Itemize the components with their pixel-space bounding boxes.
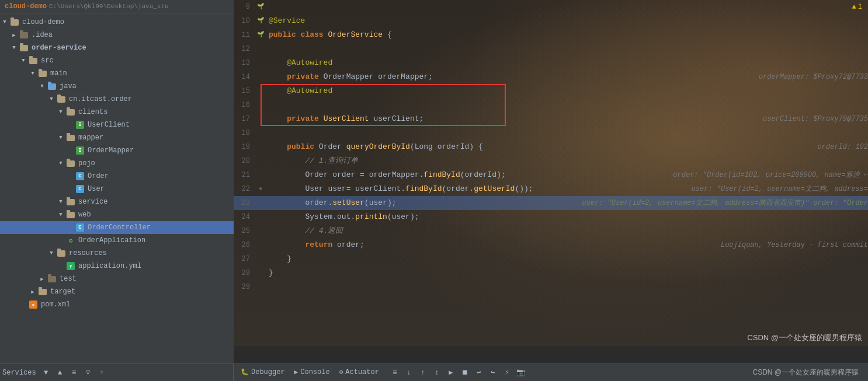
tree-arrow-pojo[interactable]: ▼ — [56, 160, 65, 166]
tree-icon-cloud-demo — [9, 18, 20, 26]
bottom-toolbar-btn-9[interactable]: ⚡ — [501, 366, 513, 379]
tree-item-OrderApplication[interactable]: ⚙OrderApplication — [0, 234, 234, 247]
line-hint-14: orderMapper: $Proxy72@7733 — [759, 70, 868, 84]
tree-item-web[interactable]: ▼web — [0, 208, 234, 221]
tree-label-pojo: pojo — [78, 159, 95, 167]
tree-arrow-cn.itcast.order[interactable]: ▼ — [47, 96, 56, 102]
tree-arrow-idea[interactable]: ▶ — [9, 32, 19, 39]
code-line-26: 26 return order;Luojiquan, Yesterday · f… — [234, 238, 868, 252]
tree-arrow-clients[interactable]: ▼ — [56, 109, 65, 115]
code-line-12: 12 — [234, 42, 868, 56]
line-content-11: public class OrderService { — [266, 28, 868, 42]
line-content-21: Order order = orderMapper.findById(order… — [266, 168, 668, 182]
tree-item-cn.itcast.order[interactable]: ▼cn.itcast.order — [0, 93, 234, 106]
bottom-toolbar-btn-1[interactable]: ≡ — [388, 366, 401, 379]
tree-item-src[interactable]: ▼src — [0, 54, 234, 67]
bottom-toolbar-btn-7[interactable]: ↩ — [473, 366, 485, 379]
toolbar-btn-5[interactable]: + — [96, 366, 109, 379]
code-content: 9🌱10🌱@Service11🌱public class OrderServic… — [234, 0, 868, 363]
toolbar-btn-3[interactable]: ≡ — [68, 366, 81, 379]
tree-arrow-test[interactable]: ▶ — [37, 276, 47, 282]
line-number-25: 25 — [234, 224, 255, 238]
line-number-12: 12 — [234, 42, 255, 56]
tree-item-application.yml[interactable]: yapplication.yml — [0, 260, 234, 272]
tree-arrow-web[interactable]: ▼ — [56, 212, 65, 218]
tree-arrow-main[interactable]: ▼ — [28, 71, 37, 76]
tree-item-pom.xml[interactable]: xpom.xml — [0, 298, 234, 311]
line-content-19: public Order queryOrderById(Long orderId… — [266, 140, 813, 154]
bottom-toolbar-btn-4[interactable]: ↕ — [430, 366, 443, 379]
tree-item-OrderMapper[interactable]: IOrderMapper — [0, 144, 234, 157]
line-gutter-11: 🌱 — [255, 28, 266, 42]
tree-label-pom.xml: pom.xml — [41, 300, 70, 309]
line-content-22: User user= userClient.findById(order.get… — [266, 182, 687, 196]
line-content-20: // 1.查询订单 — [266, 154, 868, 168]
tree-item-pojo[interactable]: ▼pojo — [0, 157, 234, 170]
line-content-17: private UserClient userClient; — [266, 112, 758, 126]
tree-label-main: main — [50, 69, 67, 78]
toolbar-btn-4[interactable]: ▽ — [82, 366, 95, 379]
tree-item-test[interactable]: ▶test — [0, 272, 234, 285]
tree-arrow-order-service[interactable]: ▼ — [9, 45, 19, 51]
tree-item-OrderController[interactable]: COrderController — [0, 221, 234, 234]
tree-item-clients[interactable]: ▼clients — [0, 106, 234, 118]
bottom-toolbar-btn-3[interactable]: ↑ — [416, 366, 429, 379]
toolbar-btn-1[interactable]: ▼ — [40, 366, 53, 379]
tree-item-service[interactable]: ▼service — [0, 195, 234, 208]
tree-label-service: service — [78, 198, 107, 206]
bottom-toolbar-btn-10[interactable]: 📷 — [515, 366, 527, 379]
line-content-27: } — [266, 252, 868, 266]
tree-item-resources[interactable]: ▼resources — [0, 247, 234, 260]
tree-arrow-src[interactable]: ▼ — [19, 58, 28, 64]
line-number-19: 19 — [234, 140, 255, 154]
tab-actuator[interactable]: ⚙ Actuator — [335, 365, 384, 381]
tree-item-main[interactable]: ▼main — [0, 67, 234, 80]
tree-item-UserClient[interactable]: IUserClient — [0, 118, 234, 131]
bottom-toolbar-btn-2[interactable]: ↓ — [402, 366, 415, 379]
tab-debugger[interactable]: 🐛 Debugger — [236, 365, 290, 381]
tree-icon-OrderApplication: ⚙ — [65, 236, 76, 244]
code-editor: ▲ 1 9🌱10🌱@Service11🌱public class OrderSe… — [234, 0, 868, 363]
toolbar-btn-2[interactable]: ▲ — [54, 366, 67, 379]
code-line-22: 22● User user= userClient.findById(order… — [234, 182, 868, 196]
tree-item-java[interactable]: ▼java — [0, 80, 234, 93]
tree-arrow-cloud-demo[interactable]: ▼ — [0, 19, 9, 25]
tree-arrow-mapper[interactable]: ▼ — [56, 135, 65, 141]
line-content-25: // 4.返回 — [266, 224, 868, 238]
tree-icon-UserClient: I — [75, 121, 85, 129]
bottom-toolbar-btn-8[interactable]: ↪ — [487, 366, 499, 379]
tree-item-order-service[interactable]: ▼order-service — [0, 41, 234, 54]
tree-item-cloud-demo[interactable]: ▼cloud-demo — [0, 16, 234, 29]
line-content-14: private OrderMapper orderMapper; — [266, 70, 754, 84]
tree-icon-web — [65, 211, 76, 219]
code-line-19: 19 public Order queryOrderById(Long orde… — [234, 140, 868, 154]
tree-label-application.yml: application.yml — [78, 262, 141, 270]
tree-arrow-service[interactable]: ▼ — [56, 199, 65, 205]
code-line-18: 18 — [234, 126, 868, 140]
tree-item-idea[interactable]: ▶.idea — [0, 29, 234, 41]
tree-item-User[interactable]: CUser — [0, 183, 234, 195]
code-line-17: 17 private UserClient userClient;userCli… — [234, 112, 868, 126]
bottom-toolbar-btn-5[interactable]: ▶ — [445, 366, 457, 379]
bottom-bar: Services ▼ ▲ ≡ ▽ + 🐛 Debugger ▶ Console … — [0, 363, 868, 381]
tree-label-target: target — [50, 288, 75, 296]
tab-console[interactable]: ▶ Console — [290, 365, 335, 381]
tree-item-mapper[interactable]: ▼mapper — [0, 131, 234, 144]
tree-label-OrderController: OrderController — [88, 223, 151, 232]
tree-item-target[interactable]: ▶target — [0, 285, 234, 298]
tree-label-cloud-demo: cloud-demo — [22, 18, 64, 26]
tree-label-web: web — [78, 211, 91, 219]
tree-item-Order[interactable]: COrder — [0, 170, 234, 183]
line-content-15: @Autowired — [266, 84, 868, 98]
bottom-toolbar-btn-6[interactable]: ⏹ — [459, 366, 471, 379]
file-tree: ▼cloud-demo▶.idea▼order-service▼src▼main… — [0, 13, 234, 313]
tree-arrow-java[interactable]: ▼ — [37, 83, 47, 89]
project-name: cloud-demo — [5, 2, 47, 11]
code-line-16: 16 — [234, 98, 868, 112]
tree-icon-order-service — [19, 44, 29, 52]
line-number-15: 15 — [234, 84, 255, 98]
services-label: Services — [2, 369, 36, 377]
code-lines: 9🌱10🌱@Service11🌱public class OrderServic… — [234, 0, 868, 294]
tree-arrow-target[interactable]: ▶ — [28, 289, 37, 295]
tree-arrow-resources[interactable]: ▼ — [47, 250, 56, 256]
